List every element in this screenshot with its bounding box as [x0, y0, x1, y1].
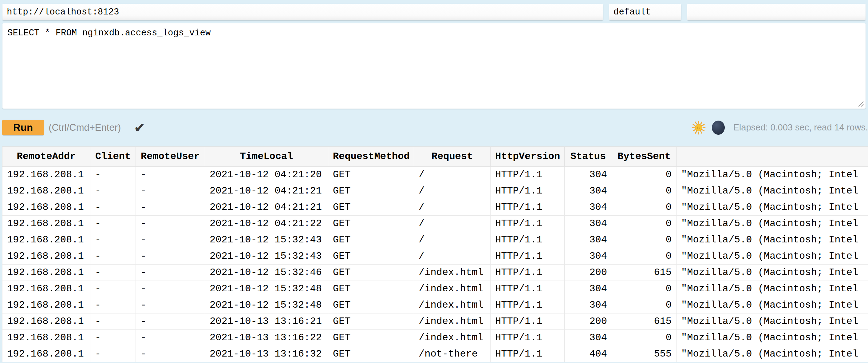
- table-cell: 2021-10-13 13:16:22: [205, 330, 328, 346]
- table-cell: -: [136, 281, 205, 297]
- table-cell: 304: [565, 167, 612, 183]
- table-cell: 2021-10-12 15:32:43: [205, 248, 328, 264]
- table-cell: "Mozilla/5.0 (Macintosh; Intel: [677, 216, 868, 232]
- table-cell: /index.html: [414, 330, 491, 346]
- table-cell: 304: [565, 281, 612, 297]
- table-cell: 0: [612, 167, 677, 183]
- table-cell: 0: [612, 330, 677, 346]
- table-row: 192.168.208.1--2021-10-12 15:32:43GET/HT…: [2, 232, 868, 248]
- table-cell: GET: [328, 346, 414, 362]
- table-cell: 404: [565, 346, 612, 362]
- table-cell: 2021-10-12 04:21:20: [205, 167, 328, 183]
- table-cell: "Mozilla/5.0 (Macintosh; Intel: [677, 346, 868, 362]
- table-cell: 2021-10-12 15:32:48: [205, 297, 328, 313]
- table-cell: 192.168.208.1: [2, 330, 90, 346]
- column-header: [677, 147, 868, 167]
- table-cell: -: [90, 232, 136, 248]
- table-cell: HTTP/1.1: [491, 297, 565, 313]
- table-cell: 0: [612, 183, 677, 199]
- table-cell: /: [414, 248, 491, 264]
- table-cell: "Mozilla/5.0 (Macintosh; Intel: [677, 199, 868, 216]
- table-cell: -: [90, 216, 136, 232]
- column-header: BytesSent: [612, 147, 677, 167]
- table-cell: /index.html: [414, 281, 491, 297]
- table-cell: HTTP/1.1: [491, 167, 565, 183]
- table-cell: GET: [328, 264, 414, 281]
- table-cell: 0: [612, 281, 677, 297]
- table-cell: -: [136, 330, 205, 346]
- query-textarea[interactable]: SELECT * FROM nginxdb.access_logs_view: [2, 23, 866, 109]
- table-cell: 2021-10-12 15:32:46: [205, 264, 328, 281]
- password-input[interactable]: [687, 4, 866, 20]
- table-cell: -: [90, 167, 136, 183]
- table-cell: -: [90, 330, 136, 346]
- table-cell: -: [136, 346, 205, 362]
- table-cell: GET: [328, 281, 414, 297]
- table-cell: 304: [565, 216, 612, 232]
- table-cell: -: [136, 199, 205, 216]
- table-cell: 192.168.208.1: [2, 199, 90, 216]
- table-cell: GET: [328, 313, 414, 330]
- table-row: 192.168.208.1--2021-10-12 04:21:20GET/HT…: [2, 167, 868, 183]
- theme-toggle-group: [691, 120, 725, 135]
- table-cell: -: [136, 264, 205, 281]
- table-cell: -: [136, 248, 205, 264]
- table-cell: GET: [328, 248, 414, 264]
- table-cell: 192.168.208.1: [2, 248, 90, 264]
- table-header-row: RemoteAddrClientRemoteUserTimeLocalReque…: [2, 147, 868, 167]
- column-header: RequestMethod: [328, 147, 414, 167]
- table-row: 192.168.208.1--2021-10-13 13:16:32GET/no…: [2, 346, 868, 362]
- table-row: 192.168.208.1--2021-10-12 04:21:21GET/HT…: [2, 183, 868, 199]
- column-header: Request: [414, 147, 491, 167]
- table-cell: 2021-10-13 13:16:21: [205, 313, 328, 330]
- table-cell: 0: [612, 216, 677, 232]
- server-url-input[interactable]: [2, 4, 603, 20]
- moon-icon[interactable]: [706, 120, 725, 135]
- table-cell: 192.168.208.1: [2, 264, 90, 281]
- table-cell: HTTP/1.1: [491, 281, 565, 297]
- table-cell: 2021-10-12 15:32:43: [205, 232, 328, 248]
- table-cell: -: [90, 297, 136, 313]
- table-cell: "Mozilla/5.0 (Macintosh; Intel: [677, 264, 868, 281]
- table-cell: 192.168.208.1: [2, 216, 90, 232]
- table-cell: 0: [612, 232, 677, 248]
- table-cell: /index.html: [414, 313, 491, 330]
- table-body: 192.168.208.1--2021-10-12 04:21:20GET/HT…: [2, 167, 868, 362]
- column-header: RemoteUser: [136, 147, 205, 167]
- table-cell: 192.168.208.1: [2, 313, 90, 330]
- table-cell: 615: [612, 264, 677, 281]
- resize-handle-icon[interactable]: [856, 99, 864, 107]
- table-cell: GET: [328, 167, 414, 183]
- table-cell: -: [90, 264, 136, 281]
- table-cell: "Mozilla/5.0 (Macintosh; Intel: [677, 281, 868, 297]
- table-cell: GET: [328, 216, 414, 232]
- table-cell: GET: [328, 199, 414, 216]
- table-row: 192.168.208.1--2021-10-12 15:32:43GET/HT…: [2, 248, 868, 264]
- table-cell: -: [136, 167, 205, 183]
- table-cell: -: [90, 313, 136, 330]
- run-button[interactable]: Run: [2, 120, 44, 135]
- table-cell: -: [136, 297, 205, 313]
- user-input[interactable]: [609, 4, 681, 20]
- column-header: HttpVersion: [491, 147, 565, 167]
- column-header: RemoteAddr: [2, 147, 90, 167]
- table-cell: HTTP/1.1: [491, 216, 565, 232]
- table-cell: -: [90, 183, 136, 199]
- table-cell: 2021-10-12 04:21:21: [205, 183, 328, 199]
- table-cell: GET: [328, 297, 414, 313]
- column-header: Client: [90, 147, 136, 167]
- table-cell: /index.html: [414, 297, 491, 313]
- table-cell: 192.168.208.1: [2, 183, 90, 199]
- table-cell: 304: [565, 297, 612, 313]
- table-cell: /not-there: [414, 346, 491, 362]
- table-cell: GET: [328, 232, 414, 248]
- table-cell: 192.168.208.1: [2, 346, 90, 362]
- table-cell: 2021-10-13 13:16:32: [205, 346, 328, 362]
- table-cell: HTTP/1.1: [491, 346, 565, 362]
- table-cell: 304: [565, 183, 612, 199]
- table-cell: 0: [612, 297, 677, 313]
- table-row: 192.168.208.1--2021-10-12 15:32:48GET/in…: [2, 297, 868, 313]
- table-cell: GET: [328, 183, 414, 199]
- sun-icon[interactable]: [691, 120, 706, 135]
- table-cell: 555: [612, 346, 677, 362]
